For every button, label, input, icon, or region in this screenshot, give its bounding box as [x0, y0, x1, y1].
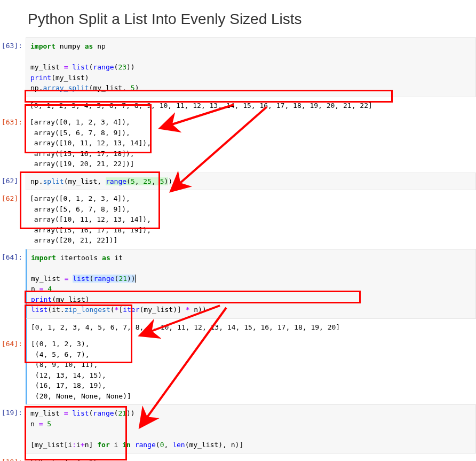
- result: [array([0, 1, 2, 3, 4]), array([5, 6, 7,…: [26, 114, 476, 173]
- in-prompt: [62]:: [0, 173, 26, 191]
- stdout: [0, 1, 2, 3, 4, 5, 6, 7, 8, 9, 10, 11, 1…: [26, 97, 476, 114]
- cell-63-stdout: [0, 1, 2, 3, 4, 5, 6, 7, 8, 9, 10, 11, 1…: [0, 97, 476, 114]
- cell-19-input: [19]: my_list = list(range(21)) n = 5 [m…: [0, 404, 476, 454]
- in-prompt: [64]:: [0, 249, 26, 319]
- page-title: Python Split a List Into Evenly Sized Li…: [0, 0, 476, 37]
- result: [(0, 1, 2, 3), (4, 5, 6, 7), (8, 9, 10, …: [26, 335, 476, 404]
- code-block[interactable]: import itertools as it my_list = list(ra…: [26, 249, 476, 319]
- in-prompt: [63]:: [0, 37, 26, 97]
- in-prompt: [19]:: [0, 404, 26, 454]
- cell-64-stdout: [0, 1, 2, 3, 4, 5, 6, 7, 8, 9, 10, 11, 1…: [0, 319, 476, 336]
- empty-prompt: [0, 319, 26, 336]
- result: [array([0, 1, 2, 3, 4]), array([5, 6, 7,…: [26, 190, 476, 249]
- cell-19-result: [19]: [[0, 1, 2, 3, 4], [5, 6, 7, 8, 9],…: [0, 454, 476, 461]
- cell-64-input: [64]: import itertools as it my_list = l…: [0, 249, 476, 319]
- code-block[interactable]: np.split(my_list, range(5, 25, 5)): [26, 173, 476, 191]
- out-prompt: [62]:: [0, 190, 26, 249]
- empty-prompt: [0, 97, 26, 114]
- cell-62-input: [62]: np.split(my_list, range(5, 25, 5)): [0, 173, 476, 191]
- out-prompt: [64]:: [0, 335, 26, 404]
- cell-64-result: [64]: [(0, 1, 2, 3), (4, 5, 6, 7), (8, 9…: [0, 335, 476, 404]
- stdout: [0, 1, 2, 3, 4, 5, 6, 7, 8, 9, 10, 11, 1…: [26, 319, 476, 336]
- out-prompt: [63]:: [0, 114, 26, 173]
- cell-63-result: [63]: [array([0, 1, 2, 3, 4]), array([5,…: [0, 114, 476, 173]
- code-block[interactable]: my_list = list(range(21)) n = 5 [my_list…: [26, 404, 476, 454]
- cell-62-result: [62]: [array([0, 1, 2, 3, 4]), array([5,…: [0, 190, 476, 249]
- cell-63-input: [63]: import numpy as np my_list = list(…: [0, 37, 476, 97]
- result: [[0, 1, 2, 3, 4], [5, 6, 7, 8, 9], [10, …: [26, 454, 476, 461]
- code-block[interactable]: import numpy as np my_list = list(range(…: [26, 37, 476, 97]
- out-prompt: [19]:: [0, 454, 26, 461]
